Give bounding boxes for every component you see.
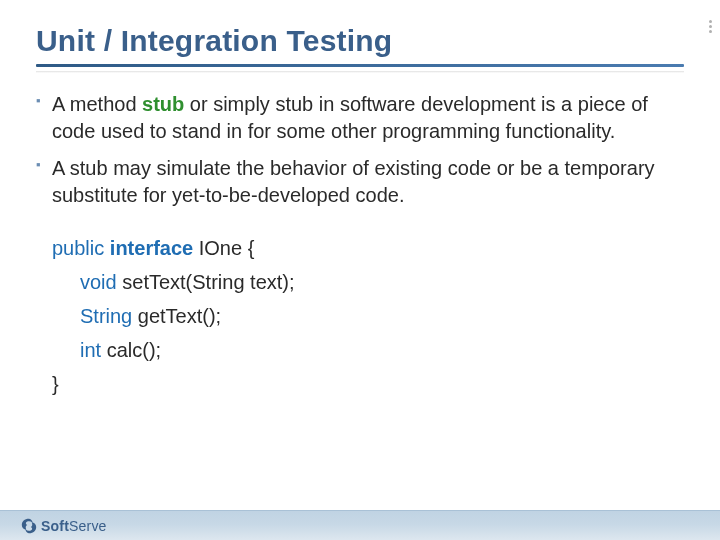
keyword-int: int: [80, 339, 101, 361]
brand-logo: SoftServe: [20, 517, 107, 535]
code-block: public interface IOne { void setText(Str…: [36, 231, 684, 401]
slide-title: Unit / Integration Testing: [36, 24, 684, 58]
logo-swirl-icon: [20, 517, 38, 535]
code-line: int calc();: [52, 333, 684, 367]
code-line: }: [52, 367, 684, 401]
keyword-void: void: [80, 271, 117, 293]
brand-bold: Soft: [41, 518, 69, 534]
code-text: calc();: [101, 339, 161, 361]
code-text: IOne {: [193, 237, 254, 259]
title-underline: [36, 64, 684, 67]
code-line: String getText();: [52, 299, 684, 333]
keyword-string: String: [80, 305, 132, 327]
keyword-stub: stub: [142, 93, 184, 115]
bullet-item: A method stub or simply stub in software…: [36, 91, 684, 145]
footer-bar: SoftServe: [0, 510, 720, 540]
brand-rest: Serve: [69, 518, 107, 534]
code-line: public interface IOne {: [52, 231, 684, 265]
keyword-public: public: [52, 237, 104, 259]
title-shadow: [36, 71, 684, 73]
code-text: getText();: [132, 305, 221, 327]
slide-nav-dots: [709, 20, 712, 33]
bullet-text: A stub may simulate the behavior of exis…: [52, 157, 655, 206]
code-text: setText(String text);: [117, 271, 295, 293]
bullet-item: A stub may simulate the behavior of exis…: [36, 155, 684, 209]
keyword-interface: interface: [110, 237, 193, 259]
bullet-text-pre: A method: [52, 93, 142, 115]
brand-name: SoftServe: [41, 518, 107, 534]
code-line: void setText(String text);: [52, 265, 684, 299]
code-text: }: [52, 373, 59, 395]
slide-content: A method stub or simply stub in software…: [36, 91, 684, 401]
